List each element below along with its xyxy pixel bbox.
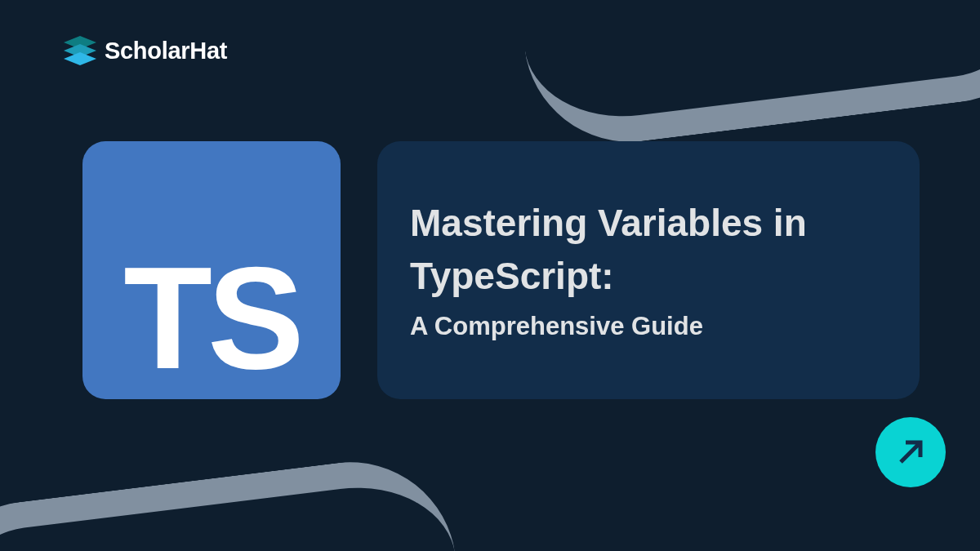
logo-icon — [64, 36, 96, 65]
title-subtitle: A Comprehensive Guide — [410, 310, 887, 343]
logo: ScholarHat — [64, 36, 227, 65]
arrow-up-right-icon — [893, 434, 929, 470]
title-main: Mastering Variables in TypeScript: — [410, 197, 887, 302]
decorative-curve-top — [512, 0, 980, 154]
typescript-badge: TS — [82, 141, 341, 399]
content-card: Mastering Variables in TypeScript: A Com… — [377, 141, 920, 399]
arrow-button[interactable] — [875, 417, 946, 487]
typescript-badge-text: TS — [123, 246, 299, 391]
brand-name: ScholarHat — [105, 38, 227, 64]
decorative-curve-bottom — [0, 450, 468, 551]
